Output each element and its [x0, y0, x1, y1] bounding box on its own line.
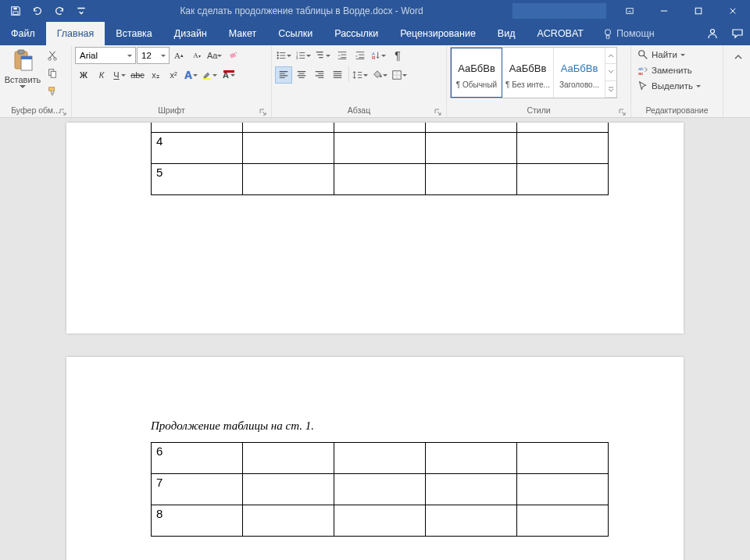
table-cell[interactable] [426, 505, 517, 537]
align-left-button[interactable] [275, 66, 292, 84]
table-cell[interactable] [334, 132, 426, 163]
document-page-1[interactable]: 4 5 [66, 123, 684, 334]
table-cell[interactable] [334, 505, 426, 537]
table-cell[interactable] [243, 132, 334, 163]
document-table-2[interactable]: 6 7 8 [151, 442, 609, 537]
gallery-down-button[interactable] [605, 64, 616, 80]
tab-insert[interactable]: Вставка [105, 22, 162, 45]
table-row[interactable] [152, 123, 609, 132]
document-table-1[interactable]: 4 5 [151, 123, 609, 195]
paragraph-launcher[interactable] [433, 107, 443, 117]
numbering-button[interactable]: 123 [295, 47, 313, 64]
font-size-combo[interactable]: 12 [137, 47, 170, 64]
account-area[interactable] [512, 3, 606, 19]
comments-button[interactable] [725, 22, 750, 45]
decrease-indent-button[interactable] [334, 47, 351, 64]
tab-home[interactable]: Главная [46, 22, 105, 45]
share-button[interactable] [700, 22, 725, 45]
gallery-more-button[interactable] [605, 81, 616, 98]
change-case-button[interactable]: Aa [206, 47, 224, 64]
grow-font-button[interactable]: A▴ [170, 47, 188, 64]
shading-button[interactable] [371, 66, 390, 84]
table-cell[interactable] [426, 474, 517, 505]
bold-button[interactable]: Ж [75, 66, 92, 84]
tab-view[interactable]: Вид [487, 22, 527, 45]
italic-button[interactable]: К [93, 66, 110, 84]
cut-button[interactable] [44, 47, 61, 64]
table-cell[interactable] [517, 505, 609, 537]
undo-button[interactable] [28, 2, 47, 20]
align-center-button[interactable] [293, 66, 310, 84]
table-row[interactable]: 6 [152, 443, 609, 474]
save-button[interactable] [6, 2, 25, 20]
redo-button[interactable] [50, 2, 69, 20]
multilevel-list-button[interactable] [314, 47, 333, 64]
bullets-button[interactable] [275, 47, 294, 64]
tab-design[interactable]: Дизайн [163, 22, 218, 45]
table-cell[interactable] [426, 443, 517, 474]
sort-button[interactable]: AЯ [370, 47, 388, 64]
style-no-spacing[interactable]: АаБбВв ¶ Без инте... [502, 48, 554, 98]
table-cell[interactable] [517, 163, 609, 194]
superscript-button[interactable]: x² [165, 66, 182, 84]
table-cell[interactable] [243, 505, 334, 537]
find-button[interactable]: Найти [634, 47, 688, 62]
paste-button[interactable]: Вставить [3, 47, 42, 98]
select-button[interactable]: Выделить [634, 78, 704, 94]
table-cell[interactable] [517, 132, 609, 163]
table-cell[interactable] [243, 443, 334, 474]
tab-references[interactable]: Ссылки [267, 22, 323, 45]
justify-button[interactable] [329, 66, 346, 84]
subscript-button[interactable]: x₂ [147, 66, 164, 84]
style-normal[interactable]: АаБбВв ¶ Обычный [451, 48, 502, 98]
table-cell[interactable] [517, 443, 609, 474]
document-area[interactable]: 4 5 Продолжение таблицы на ст. 1. 6 7 8 [0, 118, 750, 560]
table-cell[interactable] [426, 163, 517, 194]
table-row[interactable]: 7 [152, 474, 609, 505]
replace-button[interactable]: abac Заменить [634, 62, 695, 78]
table-row[interactable]: 8 [152, 505, 609, 537]
close-button[interactable] [716, 0, 750, 22]
font-launcher[interactable] [258, 107, 268, 117]
minimize-button[interactable] [647, 0, 681, 22]
tab-mailings[interactable]: Рассылки [323, 22, 389, 45]
tab-file[interactable]: Файл [0, 22, 46, 45]
text-effects-button[interactable]: A [183, 66, 200, 84]
ribbon-display-options-button[interactable] [612, 0, 647, 22]
table-row[interactable]: 4 [152, 132, 609, 163]
tell-me-search[interactable]: Помощн [595, 22, 662, 45]
font-name-combo[interactable]: Arial [75, 47, 136, 64]
show-marks-button[interactable]: ¶ [389, 47, 406, 64]
format-painter-button[interactable] [44, 83, 61, 100]
font-color-button[interactable]: A [220, 66, 238, 84]
table-cell[interactable]: 5 [152, 163, 243, 194]
tab-acrobat[interactable]: ACROBAT [526, 22, 595, 45]
underline-button[interactable]: Ч [111, 66, 128, 84]
table-cell[interactable] [243, 163, 334, 194]
document-page-2[interactable]: Продолжение таблицы на ст. 1. 6 7 8 [66, 357, 684, 560]
borders-button[interactable] [391, 66, 409, 84]
highlight-button[interactable] [201, 66, 220, 84]
table-cell[interactable] [334, 163, 426, 194]
table-cell[interactable]: 4 [152, 132, 243, 163]
gallery-up-button[interactable] [605, 48, 616, 64]
style-heading1[interactable]: АаБбВв Заголово... [554, 48, 605, 98]
table-cell[interactable] [243, 474, 334, 505]
align-right-button[interactable] [311, 66, 328, 84]
table-cell[interactable]: 6 [152, 443, 243, 474]
table-cell[interactable] [334, 474, 426, 505]
table-cell[interactable] [517, 474, 609, 505]
table-continuation-caption[interactable]: Продолжение таблицы на ст. 1. [151, 419, 684, 433]
table-cell[interactable]: 7 [152, 474, 243, 505]
styles-launcher[interactable] [617, 107, 627, 117]
qat-customize-button[interactable] [72, 2, 91, 20]
table-row[interactable]: 5 [152, 163, 609, 194]
increase-indent-button[interactable] [352, 47, 369, 64]
strikethrough-button[interactable]: abc [129, 66, 146, 84]
copy-button[interactable] [44, 65, 61, 82]
collapse-ribbon-button[interactable] [730, 48, 747, 66]
clipboard-launcher[interactable] [58, 107, 68, 117]
table-cell[interactable] [426, 132, 517, 163]
table-cell[interactable]: 8 [152, 505, 243, 537]
line-spacing-button[interactable] [352, 66, 370, 84]
